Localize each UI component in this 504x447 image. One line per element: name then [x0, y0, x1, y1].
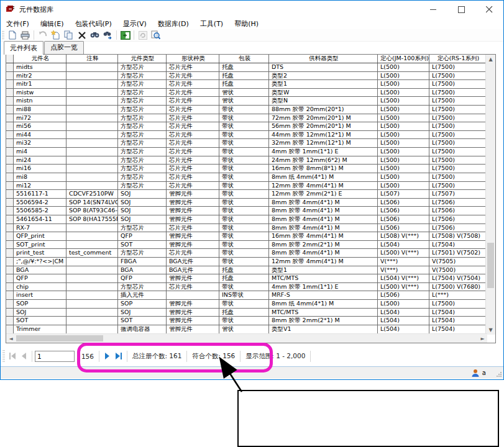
scroll-right-icon[interactable]: ►: [478, 334, 487, 343]
row-selector[interactable]: [6, 309, 14, 317]
row-selector[interactable]: [6, 156, 14, 165]
row-selector[interactable]: [6, 148, 14, 156]
table-row[interactable]: QFP_printQFP管脚元件带状16mm 胶带 4mm(4*1) ML(50…: [6, 232, 495, 241]
table-row[interactable]: mi8方型芯片芯片元件带状8mm 纸 4mm(4*1) ML(500)L(750…: [6, 173, 495, 182]
tab-dispensing-overview[interactable]: 点胶一览: [44, 41, 84, 54]
table-row[interactable]: mistw方型芯片芯片元件管状类型WL(500)L(7500): [6, 89, 495, 97]
row-selector[interactable]: [6, 173, 14, 181]
row-selector[interactable]: [6, 114, 14, 122]
row-selector[interactable]: [6, 190, 14, 198]
tab-component-list[interactable]: 元件列表: [4, 41, 44, 55]
table-row[interactable]: SOTSOT管脚元件带状8mm 胶带 2mm(2*1) ML(504)L(750…: [6, 317, 495, 325]
header-cell[interactable]: 元件名: [14, 55, 66, 63]
table-row[interactable]: mistn方型芯片芯片元件管状类型NL(500)L(7500): [6, 97, 495, 106]
row-selector[interactable]: [6, 283, 14, 291]
table-row[interactable]: mi24方型芯片芯片元件带状24mm 胶带 12mm(6*2) ML(500)L…: [6, 156, 495, 165]
table-row[interactable]: mi72方型芯片芯片元件带状72mm 胶带 20mm(20*1) ML(500)…: [6, 114, 495, 123]
table-row[interactable]: mi12方型芯片芯片元件带状12mm 胶带 4mm(4*1) ML(500)L(…: [6, 182, 495, 191]
table-row[interactable]: print_testtest_comment方型芯片芯片元件带状8mm 胶带 4…: [6, 249, 495, 258]
table-row[interactable]: 5516117-1CDCVF2510PWSOJ管脚元件带状12mm 胶带 2mm…: [6, 190, 495, 199]
table-row[interactable]: midts方型芯片芯片元件托盘DTSL(500)L(7500): [6, 63, 495, 72]
find-icon[interactable]: [88, 30, 101, 40]
table-row[interactable]: mitr2方型芯片芯片元件托盘类型2L(500)L(7500): [6, 72, 495, 81]
table-row[interactable]: BGABGABGA元件托盘类型1V(***)V(7500): [6, 266, 495, 275]
maximize-icon[interactable]: [447, 1, 475, 18]
import-panel-icon[interactable]: [119, 30, 132, 40]
table-row[interactable]: mi32方型芯片芯片元件带状32mm 胶带 12mm(12*1) ML(500)…: [6, 139, 495, 148]
minimize-icon[interactable]: [419, 1, 447, 18]
row-selector[interactable]: [6, 317, 14, 325]
vertical-scroll-thumb[interactable]: [487, 243, 494, 288]
row-selector[interactable]: [6, 266, 14, 274]
menu-help[interactable]: 帮助(H): [229, 18, 264, 29]
header-cell[interactable]: 形状种类: [167, 55, 219, 63]
table-row[interactable]: Trimmer微调电容器管脚元件管状类型V1L(504)L(7504): [6, 325, 495, 334]
new-document-icon[interactable]: [6, 30, 19, 40]
resize-grip[interactable]: [496, 371, 502, 377]
table-row[interactable]: mi88方型芯片芯片元件带状88mm 胶带 20mm(20*1)L(500)L(…: [6, 106, 495, 114]
scroll-left-icon[interactable]: ◄: [6, 334, 16, 343]
delete-icon[interactable]: [75, 30, 88, 40]
menu-tools[interactable]: 工具(T): [195, 18, 229, 29]
header-cell[interactable]: 定心(RS-1系列): [429, 55, 486, 63]
last-record-icon[interactable]: [113, 350, 124, 363]
row-selector[interactable]: [6, 241, 14, 249]
vertical-scrollbar[interactable]: ▲ ▼: [485, 55, 495, 335]
horizontal-scrollbar[interactable]: ◄ ►: [6, 333, 487, 343]
table-row[interactable]: SOJSOJ管脚元件托盘MTC/MTSL(504)L(7504): [6, 309, 495, 317]
row-selector[interactable]: [6, 207, 14, 215]
table-row[interactable]: mi44方型芯片芯片元件带状44mm 胶带 12mm(12*1) ML(500)…: [6, 131, 495, 140]
header-cell[interactable]: 包装: [219, 55, 269, 63]
next-record-icon[interactable]: [102, 350, 113, 363]
row-selector[interactable]: [6, 325, 14, 333]
row-selector[interactable]: [6, 249, 14, 257]
table-row[interactable]: insert插入元件INS带状MRF-SL(506)L(***): [6, 291, 495, 300]
row-selector[interactable]: [6, 182, 14, 190]
row-selector[interactable]: [6, 232, 14, 240]
page-number-input[interactable]: [35, 351, 75, 362]
menu-database[interactable]: 数据库(D): [152, 18, 195, 29]
table-row[interactable]: 5461654-11SOP 8(HA17555FP)SOJ管脚元件带状8mm 胶…: [6, 215, 495, 224]
row-selector[interactable]: [6, 300, 14, 308]
scroll-down-icon[interactable]: ▼: [486, 325, 495, 335]
table-row[interactable]: QFPQFP管脚元件托盘MTC/MTSL(504) V(***)L(7504) …: [6, 274, 495, 283]
first-record-icon[interactable]: [7, 350, 18, 363]
row-selector[interactable]: [6, 291, 14, 299]
row-selector[interactable]: [6, 258, 14, 266]
row-selector[interactable]: [6, 215, 14, 224]
find-next-icon[interactable]: [101, 30, 114, 40]
scroll-up-icon[interactable]: ▲: [486, 55, 495, 64]
header-cell[interactable]: 元件类型: [118, 55, 167, 63]
close-icon[interactable]: [475, 1, 503, 18]
table-row[interactable]: ;",@/¥:*?<>|CMFBGABGA元件带状12mm 胶带 4mm(4*1…: [6, 258, 495, 266]
new-entry-icon[interactable]: [49, 30, 62, 40]
row-selector[interactable]: [6, 89, 14, 97]
menu-view[interactable]: 显示(V): [117, 18, 152, 29]
table-row[interactable]: chip方型芯片芯片元件带状4mm 胶带 1mm(1*1) EL(500) V(…: [6, 283, 495, 292]
table-row[interactable]: SOT_printSOT管脚元件带状8mm 胶带 2mm(2*1) ML(504…: [6, 241, 495, 250]
table-row[interactable]: mi16方型芯片芯片元件带状16mm 胶带 8mm(8*1) ML(500)L(…: [6, 165, 495, 173]
header-cell[interactable]: 定心(JM-100系列): [378, 55, 429, 63]
table-row[interactable]: 5506585-2SOP 8(AT93C46-1SOJ管脚元件带状8mm 胶带 …: [6, 207, 495, 215]
copy-icon[interactable]: [62, 30, 75, 40]
row-selector[interactable]: [6, 63, 14, 71]
row-selector[interactable]: [6, 72, 14, 80]
row-selector[interactable]: [6, 199, 14, 207]
table-row[interactable]: mitr1方型芯片芯片元件托盘类型1L(500)L(7500): [6, 80, 495, 89]
undo-icon[interactable]: [36, 30, 49, 40]
preview-icon[interactable]: [149, 30, 162, 40]
table-row[interactable]: 5506594-2SOP 14(SN74LVC1SOJ管脚元件带状8mm 胶带 …: [6, 199, 495, 207]
row-selector[interactable]: [6, 274, 14, 282]
header-cell[interactable]: 供料器类型: [269, 55, 378, 63]
row-selector[interactable]: [6, 139, 14, 147]
table-row[interactable]: SOPSOP管脚元件带状8mm 纸 4mm(4*1) ML(500)L(7500…: [6, 300, 495, 309]
prev-record-icon[interactable]: [18, 350, 29, 363]
table-row[interactable]: mi56方型芯片芯片元件带状56mm 胶带 20mm(20*1) ML(500)…: [6, 122, 495, 131]
print-icon[interactable]: [19, 30, 32, 40]
row-selector[interactable]: [6, 131, 14, 139]
header-cell[interactable]: 注释: [66, 55, 118, 63]
row-selector[interactable]: [6, 165, 14, 173]
menu-edit[interactable]: 编辑(E): [35, 18, 70, 29]
table-row[interactable]: RX-7方型芯片芯片元件带状8mm 胶带 4mm(4*1) ML(506)L(7…: [6, 224, 495, 233]
row-selector[interactable]: [6, 122, 14, 130]
